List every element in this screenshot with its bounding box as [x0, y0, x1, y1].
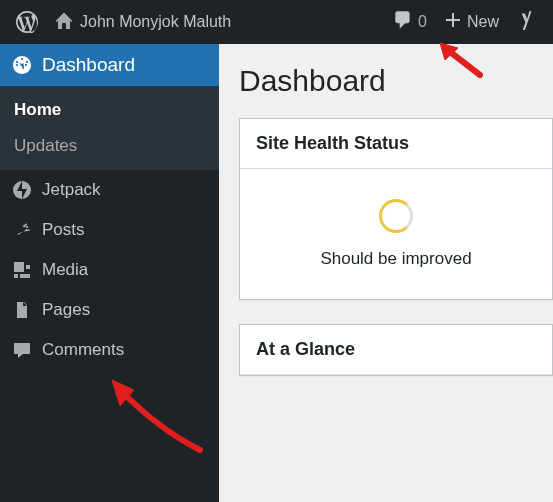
site-health-panel: Site Health Status Should be improved: [239, 118, 553, 300]
at-a-glance-heading: At a Glance: [240, 325, 552, 375]
site-name: John Monyjok Maluth: [80, 13, 231, 31]
dashboard-submenu: Home Updates: [0, 86, 219, 170]
pin-icon: [12, 220, 32, 240]
dashboard-icon: [12, 55, 32, 75]
sidebar-item-posts[interactable]: Posts: [0, 210, 219, 250]
sidebar-item-media[interactable]: Media: [0, 250, 219, 290]
sidebar-item-comments[interactable]: Comments: [0, 330, 219, 370]
sidebar-label: Jetpack: [42, 180, 101, 200]
sidebar-label: Comments: [42, 340, 124, 360]
content-area: Dashboard Site Health Status Should be i…: [219, 44, 553, 502]
sidebar-item-dashboard[interactable]: Dashboard: [0, 44, 219, 86]
home-icon: [54, 12, 74, 32]
new-content-link[interactable]: New: [435, 0, 507, 44]
submenu-item-updates[interactable]: Updates: [0, 128, 219, 164]
at-a-glance-panel: At a Glance: [239, 324, 553, 376]
plus-icon: [443, 10, 463, 34]
media-icon: [12, 260, 32, 280]
jetpack-icon: [12, 180, 32, 200]
admin-toolbar: John Monyjok Maluth 0 New: [0, 0, 553, 44]
wordpress-logo[interactable]: [8, 0, 46, 44]
page-icon: [12, 300, 32, 320]
new-label: New: [467, 13, 499, 31]
comments-link[interactable]: 0: [384, 0, 435, 44]
sidebar-item-pages[interactable]: Pages: [0, 290, 219, 330]
site-health-message: Should be improved: [254, 249, 538, 269]
sidebar-label: Dashboard: [42, 54, 135, 76]
comment-icon: [392, 9, 414, 35]
loading-spinner-icon: [379, 199, 413, 233]
sidebar-label: Media: [42, 260, 88, 280]
site-health-heading: Site Health Status: [240, 119, 552, 169]
site-home-link[interactable]: John Monyjok Maluth: [46, 0, 239, 44]
sidebar-label: Pages: [42, 300, 90, 320]
comment-icon: [12, 340, 32, 360]
yoast-link[interactable]: [507, 0, 545, 44]
admin-sidebar: Dashboard Home Updates Jetpack Posts Med…: [0, 44, 219, 502]
yoast-icon: [515, 9, 537, 35]
sidebar-item-jetpack[interactable]: Jetpack: [0, 170, 219, 210]
sidebar-label: Posts: [42, 220, 85, 240]
submenu-item-home[interactable]: Home: [0, 92, 219, 128]
page-title: Dashboard: [239, 64, 553, 98]
comment-count: 0: [418, 13, 427, 31]
